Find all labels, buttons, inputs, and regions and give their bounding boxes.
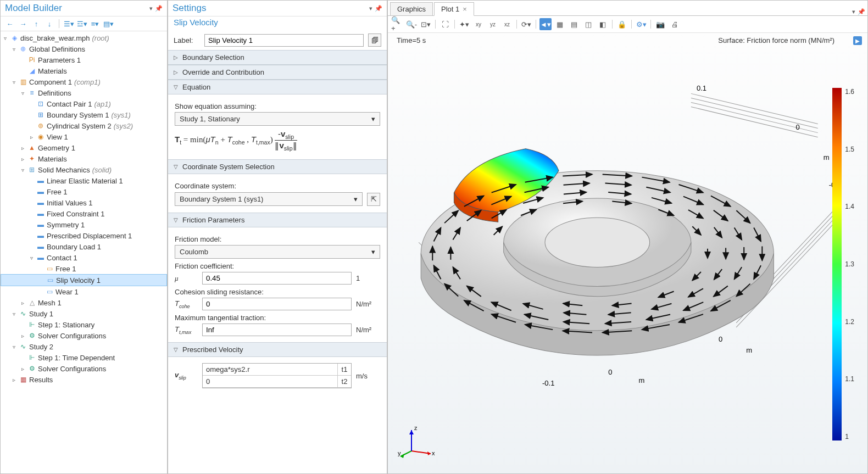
tree-item[interactable]: ▬Boundary Load 1 (1, 241, 167, 252)
tree-item[interactable]: ▹▲Geometry 1 (1, 142, 167, 153)
zoom-extents-icon[interactable]: ⊡▾ (420, 18, 432, 30)
dropdown-icon[interactable]: ▾ (369, 5, 372, 12)
section-prescribed[interactable]: ▽Prescribed Velocity (168, 342, 387, 357)
view-xy-icon[interactable]: xy (472, 18, 485, 30)
select-icon[interactable]: ◄▾ (539, 18, 552, 30)
tree-item[interactable]: ▿∿Study 2 (1, 341, 167, 352)
settings-icon[interactable]: ⚙▾ (635, 18, 647, 30)
vslip-table[interactable]: omega*sys2.rt1 0t2 (202, 363, 352, 388)
vslip-unit: m/s (356, 372, 380, 380)
tree-item[interactable]: ▭Free 1 (1, 263, 167, 274)
pin-icon[interactable]: 📌 (155, 5, 163, 12)
tree-item[interactable]: PiParameters 1 (1, 54, 167, 65)
section-boundary-selection[interactable]: ▷Boundary Selection (168, 50, 387, 65)
tree-item[interactable]: ▿∿Study 1 (1, 308, 167, 319)
ttmax-unit: N/m² (356, 326, 380, 334)
tree-item[interactable]: ▿▥Component 1(comp1) (1, 76, 167, 87)
graphics-toolbar: 🔍+ 🔍- ⊡▾ ⛶ ✦▾ xy yz xz ⟳▾ ◄▾ ▦ ▤ ◫ ◧ 🔒 ⚙… (388, 16, 867, 33)
expand-button[interactable]: ☰▾ (64, 19, 74, 29)
graphics-canvas[interactable]: Time=5 s Surface: Friction force norm (M… (388, 33, 867, 473)
tree-item[interactable]: ▬Prescribed Displacement 1 (1, 230, 167, 241)
equation-display: Tt = min(μTn + Tcohe , Tt,max) -vslip‖vs… (175, 126, 380, 155)
print-icon[interactable]: 🖨 (669, 18, 681, 30)
rotate-icon[interactable]: ⟳▾ (520, 18, 532, 30)
tab-graphics[interactable]: Graphics (390, 2, 433, 16)
wireframe-icon[interactable]: ▦ (554, 18, 566, 30)
tree-item[interactable]: ▿◈disc_brake_wear.mph(root) (1, 32, 167, 43)
section-override[interactable]: ▷Override and Contribution (168, 65, 387, 80)
colorbar: 1.61.51.41.31.21.11 (832, 88, 854, 440)
label-field-label: Label: (174, 36, 200, 44)
dropdown-icon[interactable]: ▾ (149, 5, 153, 12)
tree-item[interactable]: ▹◉View 1 (1, 131, 167, 142)
settings-subtitle: Slip Velocity (168, 16, 387, 30)
dropdown-icon[interactable]: ▾ (852, 8, 855, 15)
tree-item[interactable]: ▬Initial Values 1 (1, 197, 167, 208)
tab-plot1[interactable]: Plot 1× (434, 2, 474, 16)
coord-label: Coordinate system: (175, 182, 380, 190)
tree-item[interactable]: ◢Materials (1, 65, 167, 76)
section-equation[interactable]: ▽Equation (168, 80, 387, 94)
back-button[interactable]: ← (5, 19, 15, 29)
mesh-icon[interactable]: ◫ (582, 18, 594, 30)
section-friction[interactable]: ▽Friction Parameters (168, 213, 387, 227)
svg-line-3 (691, 107, 818, 137)
tree-item[interactable]: ▹✦Materials (1, 153, 167, 164)
pin-icon[interactable]: 📌 (858, 8, 865, 15)
model-tree[interactable]: ▿◈disc_brake_wear.mph(root)▿⊕Global Defi… (1, 31, 167, 473)
tree-item[interactable]: ▬Fixed Constraint 1 (1, 208, 167, 219)
close-icon[interactable]: × (463, 5, 467, 13)
tree-item[interactable]: ▬Free 1 (1, 186, 167, 197)
view-button[interactable]: ▤▾ (103, 19, 113, 29)
view-xz-icon[interactable]: xz (501, 18, 513, 30)
tree-item[interactable]: ▿≡Definitions (1, 87, 167, 98)
pin-icon[interactable]: 📌 (375, 5, 382, 12)
tree-item[interactable]: ▹⚙Solver Configurations (1, 330, 167, 341)
ttmax-symbol: Tt,max (175, 325, 198, 335)
tree-item[interactable]: ▹△Mesh 1 (1, 297, 167, 308)
coord-goto-button[interactable]: ⇱ (367, 193, 380, 206)
transparency-icon[interactable]: ◧ (597, 18, 609, 30)
forward-button[interactable]: → (18, 19, 28, 29)
label-edit-button[interactable]: 🗐 (368, 34, 381, 47)
tree-item[interactable]: ⊡Contact Pair 1(ap1) (1, 98, 167, 109)
svg-line-0 (691, 93, 818, 124)
eq-assume-select[interactable]: Study 1, Stationary▾ (175, 112, 380, 126)
label-input[interactable] (204, 34, 364, 47)
tree-item[interactable]: ▿▬Contact 1 (1, 252, 167, 263)
zoom-in-icon[interactable]: 🔍+ (391, 18, 403, 30)
section-coord-sys[interactable]: ▽Coordinate System Selection (168, 159, 387, 174)
tree-item[interactable]: ⊩Step 1: Stationary (1, 319, 167, 330)
up-button[interactable]: ↑ (31, 19, 41, 29)
tree-item[interactable]: ▹⚙Solver Configurations (1, 363, 167, 374)
grid-icon[interactable]: ▤ (568, 18, 580, 30)
tree-item[interactable]: ▭Slip Velocity 1 (1, 274, 167, 286)
tree-item[interactable]: ⊚Cylindrical System 2(sys2) (1, 120, 167, 131)
tcohe-input[interactable] (202, 298, 352, 310)
list-button[interactable]: ≡▾ (90, 19, 100, 29)
view-yz-icon[interactable]: yz (487, 18, 499, 30)
tree-item[interactable]: ⊩Step 1: Time Dependent (1, 352, 167, 363)
zoom-out-icon[interactable]: 🔍- (405, 18, 418, 30)
coord-select[interactable]: Boundary System 1 (sys1)▾ (175, 192, 363, 206)
tree-item[interactable]: ⊞Boundary System 1(sys1) (1, 109, 167, 120)
graphics-tabs: Graphics Plot 1× ▾ 📌 (388, 1, 867, 16)
collapse-button[interactable]: ☲▾ (77, 19, 87, 29)
friction-model-select[interactable]: Coulomb▾ (175, 245, 380, 259)
tree-item[interactable]: ▭Wear 1 (1, 286, 167, 297)
ttmax-label: Maximum tangential traction: (175, 314, 380, 322)
tree-item[interactable]: ▿⊕Global Definitions (1, 43, 167, 54)
zoom-box-icon[interactable]: ⛶ (439, 18, 451, 30)
plot-svg: 0.1 0 -0.1 m 0 m 0 m -0.1 (388, 33, 867, 463)
mu-input[interactable] (202, 272, 352, 285)
tree-item[interactable]: ▬Linear Elastic Material 1 (1, 175, 167, 186)
svg-text:m: m (639, 376, 645, 384)
ttmax-input[interactable] (202, 324, 352, 336)
tree-item[interactable]: ▿⊞Solid Mechanics(solid) (1, 164, 167, 175)
tree-item[interactable]: ▬Symmetry 1 (1, 219, 167, 230)
down-button[interactable]: ↓ (44, 19, 54, 29)
tree-item[interactable]: ▹▦Results (1, 374, 167, 385)
camera-icon[interactable]: 📷 (654, 18, 666, 30)
view-default-icon[interactable]: ✦▾ (458, 18, 470, 30)
lock-icon[interactable]: 🔒 (616, 18, 628, 30)
